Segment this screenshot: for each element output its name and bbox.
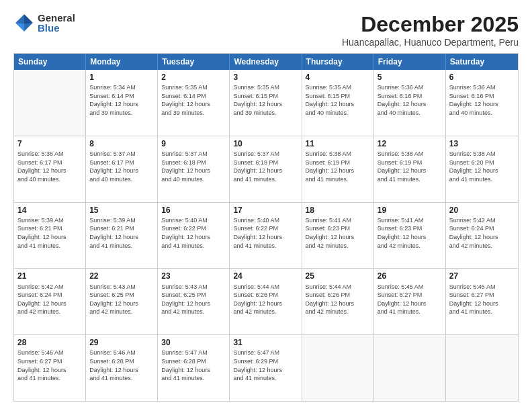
day-number-19: 19 [378, 205, 442, 216]
day-info-26: Sunrise: 5:45 AM Sunset: 6:27 PM Dayligh… [378, 283, 442, 316]
day-info-23: Sunrise: 5:43 AM Sunset: 6:25 PM Dayligh… [161, 283, 226, 316]
day-info-30: Sunrise: 5:47 AM Sunset: 6:28 PM Dayligh… [161, 349, 226, 382]
calendar-cell-14: 14Sunrise: 5:39 AM Sunset: 6:21 PM Dayli… [14, 203, 86, 269]
day-number-11: 11 [306, 138, 370, 149]
day-number-22: 22 [89, 271, 154, 281]
month-title: December 2025 [342, 12, 519, 37]
weekday-header-saturday: Saturday [446, 54, 518, 70]
calendar-cell-8: 8Sunrise: 5:37 AM Sunset: 6:17 PM Daylig… [86, 136, 158, 202]
day-info-11: Sunrise: 5:38 AM Sunset: 6:19 PM Dayligh… [306, 150, 370, 183]
calendar-cell-24: 24Sunrise: 5:44 AM Sunset: 6:26 PM Dayli… [230, 269, 302, 334]
calendar-cell-17: 17Sunrise: 5:40 AM Sunset: 6:22 PM Dayli… [230, 203, 302, 269]
calendar-cell-6: 6Sunrise: 5:36 AM Sunset: 6:16 PM Daylig… [446, 70, 518, 136]
calendar-cell-empty-4-5 [374, 335, 446, 401]
calendar-cell-15: 15Sunrise: 5:39 AM Sunset: 6:21 PM Dayli… [86, 203, 158, 269]
calendar-cell-31: 31Sunrise: 5:47 AM Sunset: 6:29 PM Dayli… [230, 335, 302, 401]
svg-marker-2 [15, 23, 24, 32]
day-info-17: Sunrise: 5:40 AM Sunset: 6:22 PM Dayligh… [233, 216, 298, 250]
day-info-22: Sunrise: 5:43 AM Sunset: 6:25 PM Dayligh… [89, 283, 154, 316]
day-info-10: Sunrise: 5:37 AM Sunset: 6:18 PM Dayligh… [233, 150, 298, 183]
day-info-15: Sunrise: 5:39 AM Sunset: 6:21 PM Dayligh… [89, 216, 154, 250]
calendar-cell-1: 1Sunrise: 5:34 AM Sunset: 6:14 PM Daylig… [86, 70, 158, 136]
day-info-7: Sunrise: 5:36 AM Sunset: 6:17 PM Dayligh… [17, 150, 82, 183]
calendar-row-3: 21Sunrise: 5:42 AM Sunset: 6:24 PM Dayli… [14, 268, 518, 334]
calendar-cell-16: 16Sunrise: 5:40 AM Sunset: 6:22 PM Dayli… [158, 203, 230, 269]
logo-text: General Blue [38, 13, 75, 33]
calendar-cell-29: 29Sunrise: 5:46 AM Sunset: 6:28 PM Dayli… [86, 335, 158, 401]
day-number-9: 9 [161, 138, 226, 149]
calendar-row-0: 1Sunrise: 5:34 AM Sunset: 6:14 PM Daylig… [14, 70, 518, 136]
day-info-24: Sunrise: 5:44 AM Sunset: 6:26 PM Dayligh… [233, 283, 298, 316]
day-number-1: 1 [89, 72, 154, 83]
day-info-21: Sunrise: 5:42 AM Sunset: 6:24 PM Dayligh… [17, 283, 82, 316]
day-info-13: Sunrise: 5:38 AM Sunset: 6:20 PM Dayligh… [449, 150, 515, 183]
day-info-5: Sunrise: 5:36 AM Sunset: 6:16 PM Dayligh… [378, 83, 442, 117]
day-number-10: 10 [233, 138, 298, 149]
calendar-cell-28: 28Sunrise: 5:46 AM Sunset: 6:27 PM Dayli… [14, 335, 86, 401]
day-number-18: 18 [306, 205, 370, 216]
day-number-7: 7 [17, 138, 82, 149]
calendar-body: 1Sunrise: 5:34 AM Sunset: 6:14 PM Daylig… [14, 70, 518, 401]
day-number-21: 21 [17, 271, 82, 281]
day-number-8: 8 [89, 138, 154, 149]
calendar-cell-2: 2Sunrise: 5:35 AM Sunset: 6:14 PM Daylig… [158, 70, 230, 136]
day-info-8: Sunrise: 5:37 AM Sunset: 6:17 PM Dayligh… [89, 150, 154, 183]
weekday-header-monday: Monday [86, 54, 158, 70]
day-number-20: 20 [449, 205, 515, 216]
weekday-header-sunday: Sunday [14, 54, 86, 70]
calendar-cell-22: 22Sunrise: 5:43 AM Sunset: 6:25 PM Dayli… [86, 269, 158, 334]
day-number-5: 5 [378, 72, 442, 83]
logo-general-text: General [38, 13, 75, 23]
logo-icon [13, 12, 35, 34]
day-number-12: 12 [378, 138, 442, 149]
day-info-1: Sunrise: 5:34 AM Sunset: 6:14 PM Dayligh… [89, 83, 154, 117]
day-info-4: Sunrise: 5:35 AM Sunset: 6:15 PM Dayligh… [306, 83, 370, 117]
header: General Blue December 2025 Huancapallac,… [13, 12, 519, 48]
calendar-cell-18: 18Sunrise: 5:41 AM Sunset: 6:23 PM Dayli… [302, 203, 374, 269]
title-block: December 2025 Huancapallac, Huanuco Depa… [342, 12, 519, 48]
day-number-28: 28 [17, 337, 82, 348]
day-info-20: Sunrise: 5:42 AM Sunset: 6:24 PM Dayligh… [449, 216, 515, 250]
day-number-16: 16 [161, 205, 226, 216]
calendar-cell-13: 13Sunrise: 5:38 AM Sunset: 6:20 PM Dayli… [446, 136, 518, 202]
day-number-6: 6 [449, 72, 515, 83]
day-number-2: 2 [161, 72, 226, 83]
day-number-4: 4 [306, 72, 370, 83]
calendar-cell-empty-4-6 [446, 335, 518, 401]
day-info-29: Sunrise: 5:46 AM Sunset: 6:28 PM Dayligh… [89, 349, 154, 382]
day-info-2: Sunrise: 5:35 AM Sunset: 6:14 PM Dayligh… [161, 83, 226, 117]
svg-marker-1 [24, 14, 33, 24]
day-info-16: Sunrise: 5:40 AM Sunset: 6:22 PM Dayligh… [161, 216, 226, 250]
day-number-14: 14 [17, 205, 82, 216]
calendar-cell-7: 7Sunrise: 5:36 AM Sunset: 6:17 PM Daylig… [14, 136, 86, 202]
calendar-cell-21: 21Sunrise: 5:42 AM Sunset: 6:24 PM Dayli… [14, 269, 86, 334]
day-info-28: Sunrise: 5:46 AM Sunset: 6:27 PM Dayligh… [17, 349, 82, 382]
day-number-23: 23 [161, 271, 226, 281]
calendar: SundayMondayTuesdayWednesdayThursdayFrid… [13, 53, 519, 402]
day-number-13: 13 [449, 138, 515, 149]
day-info-19: Sunrise: 5:41 AM Sunset: 6:23 PM Dayligh… [378, 216, 442, 250]
day-number-29: 29 [89, 337, 154, 348]
logo: General Blue [13, 12, 75, 34]
calendar-row-2: 14Sunrise: 5:39 AM Sunset: 6:21 PM Dayli… [14, 202, 518, 269]
day-number-30: 30 [161, 337, 226, 348]
calendar-cell-4: 4Sunrise: 5:35 AM Sunset: 6:15 PM Daylig… [302, 70, 374, 136]
calendar-cell-23: 23Sunrise: 5:43 AM Sunset: 6:25 PM Dayli… [158, 269, 230, 334]
day-info-14: Sunrise: 5:39 AM Sunset: 6:21 PM Dayligh… [17, 216, 82, 250]
calendar-cell-12: 12Sunrise: 5:38 AM Sunset: 6:19 PM Dayli… [374, 136, 446, 202]
calendar-header: SundayMondayTuesdayWednesdayThursdayFrid… [14, 54, 518, 70]
calendar-row-4: 28Sunrise: 5:46 AM Sunset: 6:27 PM Dayli… [14, 334, 518, 401]
calendar-cell-11: 11Sunrise: 5:38 AM Sunset: 6:19 PM Dayli… [302, 136, 374, 202]
weekday-header-tuesday: Tuesday [158, 54, 230, 70]
day-number-25: 25 [306, 271, 370, 281]
day-info-3: Sunrise: 5:35 AM Sunset: 6:15 PM Dayligh… [233, 83, 298, 117]
calendar-cell-empty-0-0 [14, 70, 86, 136]
day-number-15: 15 [89, 205, 154, 216]
page: General Blue December 2025 Huancapallac,… [0, 0, 532, 411]
day-number-3: 3 [233, 72, 298, 83]
calendar-cell-20: 20Sunrise: 5:42 AM Sunset: 6:24 PM Dayli… [446, 203, 518, 269]
day-info-9: Sunrise: 5:37 AM Sunset: 6:18 PM Dayligh… [161, 150, 226, 183]
weekday-header-wednesday: Wednesday [230, 54, 302, 70]
day-number-26: 26 [378, 271, 442, 281]
weekday-header-thursday: Thursday [302, 54, 374, 70]
